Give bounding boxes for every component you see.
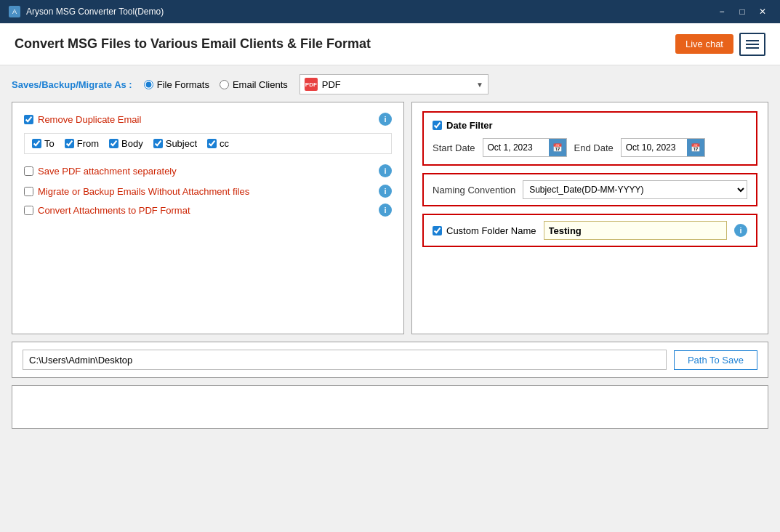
- end-date-input[interactable]: [622, 140, 687, 155]
- minimize-button[interactable]: −: [713, 4, 731, 19]
- pdf-icon: PDF: [305, 78, 318, 91]
- naming-convention-box: Naming Convention Subject_Date(DD-MM-YYY…: [422, 173, 757, 206]
- date-filter-title: Date Filter: [446, 120, 493, 131]
- remove-duplicate-info-icon[interactable]: i: [379, 113, 392, 126]
- custom-folder-box: Custom Folder Name i: [422, 214, 757, 247]
- start-date-label: Start Date: [433, 142, 475, 153]
- remove-duplicate-label: Remove Duplicate Email: [38, 114, 141, 125]
- email-clients-option[interactable]: Email Clients: [220, 79, 288, 90]
- start-date-calendar-button[interactable]: 📅: [549, 139, 566, 156]
- convert-attachments-info-icon[interactable]: i: [379, 203, 392, 217]
- close-button[interactable]: ✕: [754, 4, 771, 19]
- left-panel: Remove Duplicate Email i To From Body: [12, 102, 404, 334]
- migrate-backup-info-icon[interactable]: i: [379, 185, 392, 198]
- main-content: Saves/Backup/Migrate As : File Formats E…: [0, 65, 780, 532]
- app-icon: A: [9, 6, 20, 17]
- custom-folder-checkbox[interactable]: [433, 226, 442, 235]
- custom-folder-input[interactable]: [544, 221, 727, 240]
- sub-checkboxes-group: To From Body Subject cc: [24, 133, 392, 154]
- path-to-save-button[interactable]: Path To Save: [674, 350, 757, 370]
- sub-cb-subject[interactable]: Subject: [153, 138, 197, 149]
- convert-attachments-checkbox[interactable]: [24, 206, 33, 215]
- path-row: Path To Save: [12, 342, 768, 378]
- end-date-input-wrap: 📅: [621, 138, 705, 157]
- date-filter-header: Date Filter: [433, 120, 747, 131]
- sub-cb-body-label: Body: [121, 138, 143, 149]
- maximize-button[interactable]: □: [733, 4, 751, 19]
- end-date-label: End Date: [574, 142, 614, 153]
- format-dropdown-inner: PDF PDF: [305, 78, 476, 91]
- save-pdf-row: Save PDF attachment separately: [24, 166, 374, 177]
- sub-cb-body[interactable]: Body: [109, 138, 143, 149]
- header-actions: Live chat: [675, 33, 765, 56]
- start-date-input-wrap: 📅: [483, 138, 567, 157]
- date-filter-row: Start Date 📅 End Date 📅: [433, 138, 747, 157]
- start-date-input[interactable]: [483, 140, 549, 155]
- date-filter-box: Date Filter Start Date 📅 End Date 📅: [422, 111, 757, 166]
- save-backup-label: Saves/Backup/Migrate As :: [12, 79, 132, 90]
- sub-cb-from[interactable]: From: [65, 138, 99, 149]
- menu-line-3: [746, 47, 759, 49]
- save-pdf-info-icon[interactable]: i: [379, 164, 392, 177]
- menu-button[interactable]: [739, 33, 765, 56]
- migrate-backup-label: Migrate or Backup Emails Without Attachm…: [38, 186, 249, 197]
- save-pdf-label: Save PDF attachment separately: [38, 166, 177, 177]
- path-input[interactable]: [23, 350, 667, 370]
- sub-cb-cc[interactable]: cc: [207, 138, 229, 149]
- file-formats-label: File Formats: [157, 79, 209, 90]
- remove-duplicate-row: Remove Duplicate Email i: [24, 113, 392, 126]
- menu-line-1: [746, 40, 759, 41]
- file-formats-radio[interactable]: [144, 80, 153, 89]
- date-filter-checkbox[interactable]: [433, 121, 442, 130]
- progress-area: [12, 385, 768, 429]
- naming-convention-select[interactable]: Subject_Date(DD-MM-YYYY) Date_Subject(DD…: [523, 180, 747, 199]
- email-clients-radio[interactable]: [220, 80, 229, 89]
- migrate-backup-checkbox[interactable]: [24, 187, 33, 196]
- titlebar: A Aryson MSG Converter Tool(Demo) − □ ✕: [0, 0, 780, 23]
- convert-attachments-label: Convert Attachments to PDF Format: [38, 205, 190, 216]
- migrate-backup-row: Migrate or Backup Emails Without Attachm…: [24, 186, 374, 197]
- selected-format-label: PDF: [322, 79, 341, 90]
- sub-cb-subject-label: Subject: [166, 138, 197, 149]
- right-panel: Date Filter Start Date 📅 End Date 📅: [411, 102, 768, 334]
- panels-row: Remove Duplicate Email i To From Body: [12, 102, 768, 334]
- dropdown-arrow-icon: ▼: [476, 81, 483, 89]
- remove-duplicate-checkbox[interactable]: [24, 115, 33, 124]
- menu-line-2: [746, 44, 759, 45]
- custom-folder-label-wrap[interactable]: Custom Folder Name: [433, 225, 536, 236]
- live-chat-button[interactable]: Live chat: [675, 34, 733, 54]
- sub-cb-to[interactable]: To: [32, 138, 55, 149]
- format-dropdown[interactable]: PDF PDF ▼: [299, 74, 488, 94]
- custom-folder-label: Custom Folder Name: [446, 225, 536, 236]
- format-radio-group: File Formats Email Clients: [144, 79, 288, 90]
- end-date-calendar-button[interactable]: 📅: [687, 139, 704, 156]
- file-formats-option[interactable]: File Formats: [144, 79, 209, 90]
- app-title: Aryson MSG Converter Tool(Demo): [26, 7, 164, 17]
- save-pdf-checkbox[interactable]: [24, 166, 33, 176]
- custom-folder-info-icon[interactable]: i: [734, 224, 747, 237]
- sub-cb-from-label: From: [77, 138, 99, 149]
- header: Convert MSG Files to Various Email Clien…: [0, 23, 780, 65]
- email-clients-label: Email Clients: [233, 79, 288, 90]
- naming-convention-label: Naming Convention: [433, 185, 515, 196]
- convert-attachments-row: Convert Attachments to PDF Format: [24, 205, 374, 216]
- sub-cb-to-label: To: [44, 138, 55, 149]
- titlebar-controls: − □ ✕: [713, 4, 771, 19]
- sub-cb-cc-label: cc: [220, 138, 229, 149]
- page-title: Convert MSG Files to Various Email Clien…: [15, 36, 371, 52]
- titlebar-left: A Aryson MSG Converter Tool(Demo): [9, 6, 164, 17]
- save-backup-row: Saves/Backup/Migrate As : File Formats E…: [12, 74, 768, 94]
